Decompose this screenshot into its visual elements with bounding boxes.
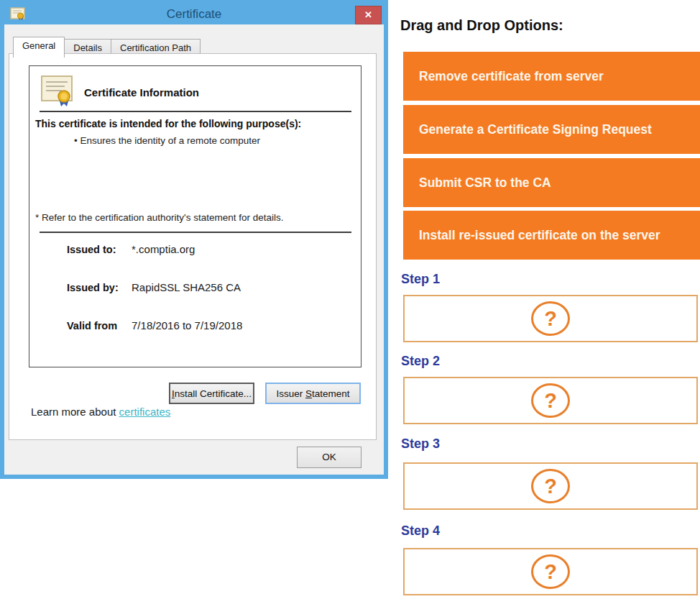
option-generate-csr[interactable]: Generate a Certificate Signing Request bbox=[403, 105, 700, 154]
valid-from-value: 7/18/2016 to 7/19/2018 bbox=[132, 319, 242, 331]
purpose-item: • Ensures the identity of a remote compu… bbox=[74, 135, 260, 146]
step-4-dropzone[interactable]: ? bbox=[403, 548, 698, 595]
issued-by-label: Issued by: bbox=[67, 282, 129, 293]
question-mark-icon: ? bbox=[531, 383, 570, 418]
option-install-reissued[interactable]: Install re-issued certificate on the ser… bbox=[403, 211, 700, 260]
issuer-statement-button[interactable]: Issuer Statement bbox=[265, 383, 361, 404]
general-tab-page: Certificate Information This certificate… bbox=[9, 53, 377, 440]
certificate-info-heading: Certificate Information bbox=[84, 86, 199, 99]
step-2-label: Step 2 bbox=[401, 354, 440, 369]
step-3-dropzone[interactable]: ? bbox=[403, 462, 698, 510]
issued-to-label: Issued to: bbox=[67, 244, 129, 255]
dialog-title: Certificate bbox=[4, 4, 384, 24]
purpose-heading: This certificate is intended for the fol… bbox=[35, 118, 301, 129]
issued-by-value: RapidSSL SHA256 CA bbox=[132, 281, 241, 293]
step-3-label: Step 3 bbox=[401, 436, 440, 452]
question-mark-icon: ? bbox=[531, 301, 570, 336]
close-icon[interactable]: ✕ bbox=[355, 6, 382, 24]
refer-note: * Refer to the certification authority's… bbox=[35, 212, 284, 223]
certificate-dialog: Certificate ✕ General Details Certificat… bbox=[0, 0, 388, 479]
ok-button[interactable]: OK bbox=[297, 447, 361, 468]
option-submit-csr[interactable]: Submit CSR to the CA bbox=[403, 158, 700, 207]
question-mark-icon: ? bbox=[531, 469, 570, 503]
certificate-info-box: Certificate Information This certificate… bbox=[29, 65, 361, 367]
valid-from-label: Valid from bbox=[67, 320, 129, 331]
divider bbox=[40, 232, 351, 233]
step-1-label: Step 1 bbox=[401, 272, 440, 287]
step-1-dropzone[interactable]: ? bbox=[403, 295, 698, 342]
step-2-dropzone[interactable]: ? bbox=[403, 377, 698, 424]
option-remove-certificate[interactable]: Remove certificate from server bbox=[403, 52, 700, 101]
valid-from-row: Valid from 7/18/2016 to 7/19/2018 bbox=[67, 319, 242, 331]
dialog-titlebar[interactable]: Certificate ✕ bbox=[4, 4, 384, 24]
certificates-link[interactable]: certificates bbox=[119, 406, 171, 418]
certificate-seal-icon bbox=[40, 75, 75, 111]
issued-to-value: *.comptia.org bbox=[132, 243, 195, 255]
install-certificate-button[interactable]: Install Certificate... bbox=[169, 383, 254, 404]
issued-by-row: Issued by: RapidSSL SHA256 CA bbox=[67, 281, 241, 293]
drag-drop-heading: Drag and Drop Options: bbox=[400, 17, 563, 34]
divider bbox=[40, 111, 351, 112]
learn-more-text: Learn more about certificates bbox=[31, 406, 170, 418]
tab-general[interactable]: General bbox=[13, 37, 65, 58]
step-4-label: Step 4 bbox=[401, 523, 440, 539]
question-mark-icon: ? bbox=[531, 554, 570, 589]
issued-to-row: Issued to: *.comptia.org bbox=[67, 243, 195, 255]
